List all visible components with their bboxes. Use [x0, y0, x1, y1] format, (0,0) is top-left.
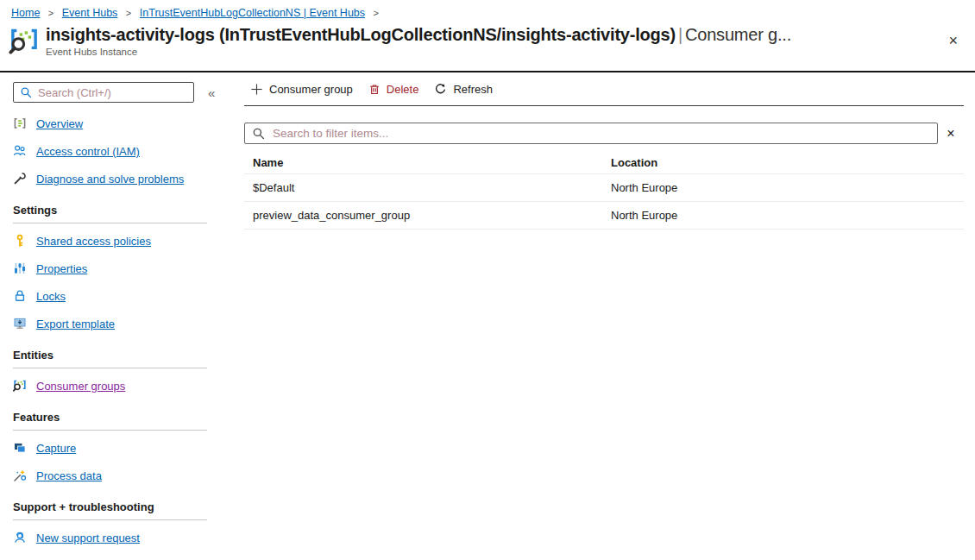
filter-search-box[interactable] [244, 123, 938, 144]
sidebar-item-overview[interactable]: Overview [0, 110, 229, 137]
clear-filter-icon[interactable]: × [938, 126, 964, 142]
overview-icon [13, 116, 27, 130]
sidebar-search-box[interactable] [13, 82, 194, 103]
breadcrumb-event-hubs[interactable]: Event Hubs [62, 7, 118, 19]
consumer-groups-table: Name Location $Default North Europe prev… [244, 151, 964, 230]
main-content: Consumer group Delete [229, 72, 975, 558]
sidebar-item-process-data[interactable]: Process data [0, 462, 229, 489]
close-icon[interactable]: × [947, 31, 959, 50]
page-subtitle: Event Hubs Instance [46, 47, 940, 57]
export-template-icon [13, 317, 27, 330]
table-header-row: Name Location [244, 151, 964, 174]
page-header: Home > Event Hubs > InTrustEventHubLogCo… [0, 0, 975, 72]
sidebar-item-new-support-request[interactable]: New support request [0, 524, 229, 551]
table-row[interactable]: $Default North Europe [244, 174, 964, 202]
people-icon [13, 144, 27, 158]
page-title: insights-activity-logs (InTrustEventHubL… [46, 25, 940, 45]
key-icon [13, 234, 27, 248]
refresh-button[interactable]: Refresh [428, 79, 499, 99]
sidebar-section-entities: Entities [13, 349, 207, 368]
sidebar: « Overview [0, 72, 229, 558]
sidebar-item-locks[interactable]: Locks [0, 282, 229, 310]
consumer-groups-icon [13, 379, 27, 393]
column-header-name: Name [244, 156, 611, 169]
sidebar-item-access-control[interactable]: Access control (IAM) [0, 137, 229, 165]
sidebar-search-input[interactable] [36, 85, 187, 100]
cell-location: North Europe [611, 181, 964, 194]
sidebar-nav: Overview Access control (IAM) [0, 110, 229, 551]
chevron-right-icon: > [126, 8, 131, 18]
sidebar-item-properties[interactable]: Properties [0, 255, 229, 282]
column-header-location: Location [611, 156, 964, 169]
sidebar-item-export-template[interactable]: Export template [0, 310, 229, 337]
lock-icon [13, 289, 27, 303]
refresh-icon [434, 83, 447, 96]
cell-name: $Default [244, 181, 611, 194]
wrench-icon [13, 172, 27, 186]
breadcrumb-home[interactable]: Home [11, 7, 40, 19]
cell-name: preview_data_consumer_group [244, 209, 611, 222]
event-hubs-instance-icon [9, 26, 40, 57]
sidebar-item-diagnose[interactable]: Diagnose and solve problems [0, 165, 229, 192]
trash-icon [368, 83, 381, 96]
title-row: insights-activity-logs (InTrustEventHubL… [9, 25, 975, 57]
search-icon [252, 127, 265, 140]
chevron-right-icon: > [48, 8, 53, 18]
breadcrumb-namespace[interactable]: InTrustEventHubLogCollectionNS | Event H… [140, 7, 365, 19]
process-data-icon [13, 469, 27, 482]
command-bar: Consumer group Delete [244, 72, 964, 106]
headset-icon [13, 531, 27, 544]
filter-search-input[interactable] [271, 126, 930, 141]
add-consumer-group-button[interactable]: Consumer group [244, 79, 359, 99]
breadcrumb: Home > Event Hubs > InTrustEventHubLogCo… [0, 0, 975, 19]
cell-location: North Europe [611, 209, 964, 222]
sidebar-section-features: Features [13, 411, 207, 431]
filter-row: × [244, 123, 964, 144]
sidebar-section-support: Support + troubleshooting [13, 500, 207, 520]
sidebar-item-shared-access-policies[interactable]: Shared access policies [0, 227, 229, 255]
chevron-right-icon: > [374, 8, 379, 18]
sliders-icon [13, 261, 27, 275]
collapse-sidebar-icon[interactable]: « [203, 85, 220, 101]
search-icon [20, 86, 32, 98]
capture-icon [13, 441, 27, 455]
sidebar-item-capture[interactable]: Capture [0, 434, 229, 462]
sidebar-section-settings: Settings [13, 204, 207, 223]
sidebar-item-consumer-groups[interactable]: Consumer groups [0, 372, 229, 400]
table-row[interactable]: preview_data_consumer_group North Europe [244, 202, 964, 230]
plus-icon [250, 83, 263, 96]
delete-button[interactable]: Delete [362, 79, 425, 99]
